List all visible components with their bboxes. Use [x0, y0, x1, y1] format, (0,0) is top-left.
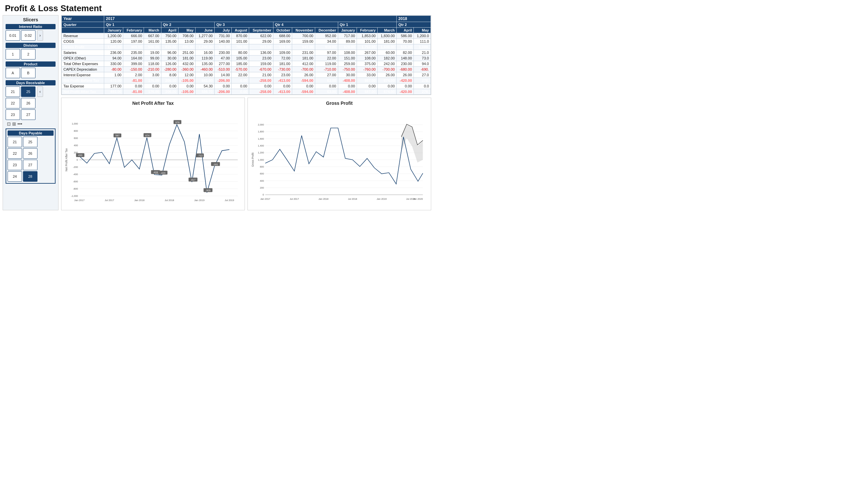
- table-cell: 10.00: [195, 72, 214, 78]
- charts-row: Net Profit After Tax Net Profit After Ta…: [61, 98, 431, 210]
- table-cell: 708.00: [178, 33, 195, 39]
- table-cell: 0.00: [144, 84, 161, 89]
- slicer-btn-23[interactable]: 23: [6, 109, 20, 120]
- table-cell: 1,200.0: [414, 33, 431, 39]
- slicer-days-receivable-label: Days Receivable: [6, 80, 56, 86]
- slicer-payable-btn-26[interactable]: 26: [23, 148, 37, 159]
- svg-text:-617: -617: [191, 179, 195, 182]
- table-cell: -206.00: [215, 89, 232, 95]
- slicer-btn-22[interactable]: 22: [6, 98, 20, 108]
- table-cell: 506.00: [144, 44, 161, 50]
- table-cell: 182.00: [377, 56, 396, 61]
- table-cell: 0.00: [338, 84, 357, 89]
- table-cell: 242.00: [377, 61, 396, 67]
- filter-icon[interactable]: ⊡: [7, 121, 11, 127]
- slicer-payable-btn-24[interactable]: 24: [7, 171, 22, 182]
- slicer-payable-btn-21[interactable]: 21: [7, 137, 22, 147]
- slicer-btn-21[interactable]: 21: [6, 87, 20, 97]
- svg-text:2,000: 2,000: [258, 123, 264, 126]
- table-cell: 94.00: [104, 56, 123, 61]
- table-cell: 0.00: [178, 84, 195, 89]
- qtr1-2017: Qtr 1: [104, 22, 161, 28]
- table-cell: 1,248.00: [195, 44, 214, 50]
- table-cell: 587.00: [357, 89, 378, 95]
- slicer-btn-a[interactable]: A: [6, 68, 20, 78]
- table-cell: 119.00: [315, 61, 338, 67]
- table-cell: 118.00: [144, 61, 161, 67]
- year-label-cell: Year: [62, 16, 104, 22]
- month-mar: March: [144, 28, 161, 33]
- table-cell: 277.00: [215, 61, 232, 67]
- slicer-payable-btn-25[interactable]: 25: [23, 137, 37, 147]
- table-cell: 54.30: [195, 84, 214, 89]
- svg-text:-200: -200: [73, 166, 78, 168]
- table-cell: -150.00: [123, 67, 144, 72]
- slicer-interest-ratio: Interest Ratio 0.01 0.02 ›: [6, 24, 56, 41]
- table-cell: 1,853.00: [357, 33, 378, 39]
- table-cell: -280.00: [161, 67, 178, 72]
- table-cell: 493.00: [104, 89, 123, 95]
- month-apr: April: [161, 28, 178, 33]
- pl-table-wrapper[interactable]: Year 2017 2018 Quarter Qtr 1 Qtr 2 Qtr 3…: [61, 15, 431, 95]
- table-cell: 159.00: [292, 39, 315, 44]
- table-row: Interest Expense1.002.003.008.0012.0010.…: [62, 72, 431, 78]
- table-row: CAPEX Depreciation-80.00-150.00-210.00-2…: [62, 67, 431, 72]
- table-row: Revenue1,200.00666.00667.00750.00708.001…: [62, 33, 431, 39]
- table-cell: 615.00: [161, 44, 178, 50]
- slicer-payable-btn-28[interactable]: 28: [23, 171, 37, 182]
- month-oct: October: [273, 28, 292, 33]
- table-cell: -420.00: [397, 78, 414, 84]
- slicer-btn-27[interactable]: 27: [21, 109, 35, 120]
- slicer-btn-26[interactable]: 26: [21, 98, 35, 108]
- slicer-payable-btn-23[interactable]: 23: [7, 160, 22, 170]
- slicer-payable-btn-22[interactable]: 22: [7, 148, 22, 159]
- row-label: Total Other Expenses: [62, 61, 104, 67]
- table-cell: 148.00: [397, 56, 414, 61]
- table-cell: 30.00: [161, 56, 178, 61]
- slicer-btn-25[interactable]: 25: [21, 87, 35, 97]
- svg-text:1,800: 1,800: [258, 130, 264, 133]
- month-nov: November: [292, 28, 315, 33]
- table-cell: 469.00: [123, 44, 144, 50]
- table-cell: 99.00: [144, 56, 161, 61]
- table-cell: 111.0: [414, 39, 431, 44]
- table-cell: 8.00: [161, 72, 178, 78]
- row-label: Net Profit After Tax: [62, 89, 104, 95]
- slicer-btn-1[interactable]: 1: [6, 49, 20, 60]
- svg-text:-181: -181: [213, 163, 218, 166]
- svg-text:Jan 2019: Jan 2019: [194, 199, 205, 202]
- slicer-payable-btn-27[interactable]: 27: [23, 160, 37, 170]
- slicer-btn-b[interactable]: B: [21, 68, 35, 78]
- table-cell: -81.00: [123, 89, 144, 95]
- qtr1-2018: Qtr 1: [338, 22, 396, 28]
- svg-text:Jan 2018: Jan 2018: [318, 197, 328, 200]
- table-cell: -594.00: [292, 78, 315, 84]
- table-cell: 126.00: [161, 61, 178, 67]
- table-cell: 27.00: [315, 72, 338, 78]
- select-icon[interactable]: ⊞: [12, 121, 16, 127]
- table-cell: 3.00: [144, 72, 161, 78]
- table-cell: 667.00: [144, 33, 161, 39]
- svg-text:1,200: 1,200: [258, 151, 264, 154]
- table-cell: 181.00: [292, 56, 315, 61]
- table-cell: -670.00: [249, 67, 273, 72]
- table-cell: 206.00: [161, 78, 178, 84]
- table-cell: 587.00: [357, 78, 378, 84]
- table-cell: -80.00: [104, 67, 123, 72]
- svg-text:Net Profit After Tax: Net Profit After Tax: [65, 148, 68, 171]
- table-cell: -105.00: [178, 89, 195, 95]
- slicer-nav-right-interest[interactable]: ›: [37, 30, 43, 41]
- table-cell: 73.0: [414, 56, 431, 61]
- slicer-btn-0.02[interactable]: 0.02: [21, 30, 35, 41]
- more-icon[interactable]: •••: [18, 121, 22, 127]
- slicer-nav-left-receivable[interactable]: ‹: [37, 87, 43, 97]
- table-cell: 2.00: [123, 72, 144, 78]
- row-label: Revenue: [62, 33, 104, 39]
- slicer-btn-2[interactable]: 2: [21, 49, 35, 60]
- table-row: Gross Profit1,080.00469.00506.00615.0069…: [62, 44, 431, 50]
- slicer-interest-ratio-label: Interest Ratio: [6, 24, 56, 29]
- table-cell: 0.00: [315, 84, 338, 89]
- table-cell: -700.00: [292, 67, 315, 72]
- slicer-product: Product A B: [6, 61, 56, 78]
- slicer-btn-0.01[interactable]: 0.01: [6, 30, 20, 41]
